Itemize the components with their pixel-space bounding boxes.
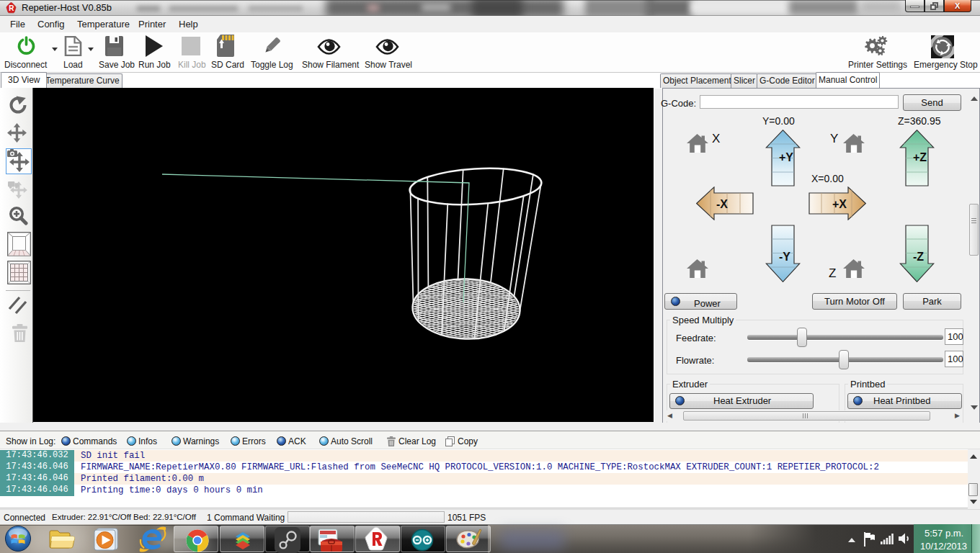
- svg-text:-Y: -Y: [779, 251, 790, 263]
- svg-text:-Z: -Z: [913, 251, 924, 263]
- svg-text:-X: -X: [716, 198, 728, 210]
- svg-text:+X: +X: [832, 198, 847, 210]
- svg-text:+Z: +Z: [913, 151, 927, 163]
- svg-text:R: R: [9, 4, 14, 12]
- svg-text:+Y: +Y: [779, 151, 793, 163]
